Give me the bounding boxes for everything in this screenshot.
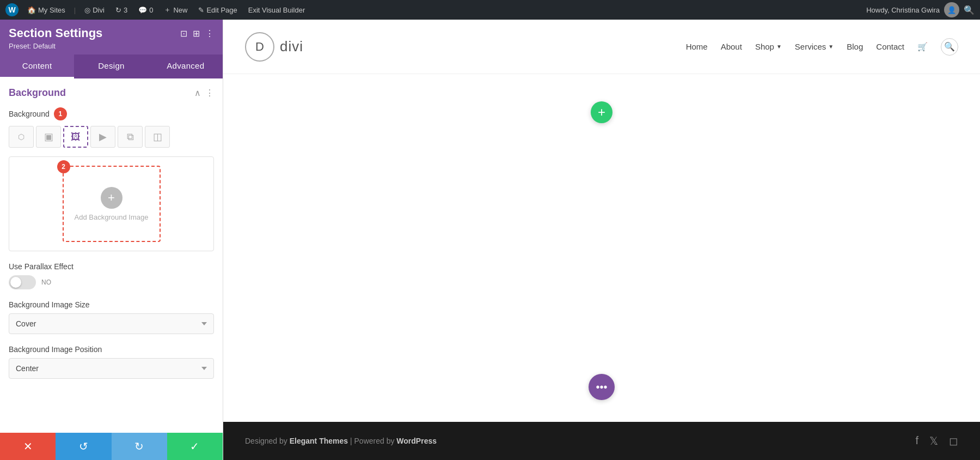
logo-circle: D	[245, 32, 274, 62]
sidebar-header-content: Section Settings Preset: Default	[9, 26, 102, 50]
badge-1: 1	[54, 107, 67, 120]
footer-social-icons: f 𝕏 ◻	[915, 434, 958, 447]
search-icon[interactable]: 🔍	[964, 5, 975, 15]
footer-text: Designed by Elegant Themes | Powered by …	[245, 437, 437, 445]
bg-type-none[interactable]: ⬡	[9, 126, 34, 148]
sidebar-panel: Section Settings Preset: Default ⊡ ⊞ ⋮ C…	[0, 20, 223, 460]
add-image-label: Add Background Image	[75, 213, 149, 221]
sidebar-header-icons: ⊡ ⊞ ⋮	[180, 28, 214, 39]
more-icon[interactable]: ⋮	[205, 28, 214, 39]
admin-bar: W 🏠 My Sites | ◎ Divi ↻ 3 💬 0 ＋ New ✎ Ed…	[0, 0, 980, 20]
new-link[interactable]: ＋ New	[162, 5, 189, 15]
section-heading-icons: ∧ ⋮	[194, 88, 214, 98]
background-field: Background 1 ⬡ ▣ 🖼 ▶ ⧉ ◫	[9, 107, 214, 251]
background-type-icons: ⬡ ▣ 🖼 ▶ ⧉ ◫	[9, 126, 214, 148]
exit-builder-link[interactable]: Exit Visual Builder	[246, 6, 308, 14]
collapse-icon[interactable]: ∧	[194, 88, 201, 98]
badge-2: 2	[57, 160, 70, 173]
toggle-state-label: NO	[41, 279, 51, 286]
bg-type-pattern[interactable]: ⧉	[118, 126, 143, 148]
tab-design[interactable]: Design	[74, 55, 148, 78]
divi-icon: ◎	[84, 6, 90, 14]
toggle-knob	[10, 277, 21, 288]
save-button[interactable]: ✓	[167, 433, 223, 460]
edit-page-link[interactable]: ✎ Edit Page	[196, 6, 239, 14]
image-size-label: Background Image Size	[9, 300, 214, 309]
image-size-field: Background Image Size Cover Contain Auto…	[9, 300, 214, 334]
parallax-toggle[interactable]	[9, 275, 36, 289]
background-section-title: Background	[9, 87, 66, 99]
plus-icon: ＋	[164, 5, 171, 15]
nav-about[interactable]: About	[721, 42, 742, 51]
expand-icon[interactable]: ⊞	[193, 28, 200, 39]
nav-blog[interactable]: Blog	[847, 42, 863, 51]
site-header: D divi Home About Shop ▼ Services ▼ Blog…	[223, 20, 980, 74]
add-background-image-box[interactable]: 2 + Add Background Image	[63, 166, 161, 242]
nav-home[interactable]: Home	[686, 42, 708, 51]
my-sites-link[interactable]: 🏠 My Sites	[25, 6, 68, 14]
background-section-heading: Background ∧ ⋮	[9, 87, 214, 99]
cancel-button[interactable]: ✕	[0, 433, 56, 460]
add-image-plus-icon[interactable]: +	[101, 187, 122, 209]
parallax-label: Use Parallax Effect	[9, 262, 214, 271]
tab-advanced[interactable]: Advanced	[149, 55, 223, 78]
image-position-select[interactable]: Center Top Bottom Left Right	[9, 358, 214, 379]
sidebar-tabs: Content Design Advanced	[0, 55, 223, 78]
nav-shop[interactable]: Shop ▼	[755, 42, 782, 51]
more-options-button[interactable]: •••	[589, 374, 615, 400]
sidebar-header: Section Settings Preset: Default ⊡ ⊞ ⋮	[0, 20, 223, 55]
facebook-icon[interactable]: f	[915, 434, 918, 447]
avatar: 👤	[944, 2, 959, 17]
bg-type-color[interactable]: ▣	[36, 126, 61, 148]
image-position-field: Background Image Position Center Top Bot…	[9, 345, 214, 379]
divi-link[interactable]: ◎ Divi	[82, 6, 107, 14]
image-upload-area: 2 + Add Background Image	[9, 156, 214, 251]
comment-icon: 💬	[138, 6, 147, 14]
pencil-icon: ✎	[198, 6, 204, 14]
nav-contact[interactable]: Contact	[876, 42, 904, 51]
add-section-button[interactable]: +	[591, 101, 612, 123]
preset-dropdown[interactable]: Preset: Default	[9, 42, 102, 50]
bg-type-video[interactable]: ▶	[90, 126, 115, 148]
parallax-toggle-row: NO	[9, 275, 214, 289]
section-more-icon[interactable]: ⋮	[205, 88, 214, 98]
redo-button[interactable]: ↻	[112, 433, 167, 460]
refresh-icon: ↻	[115, 6, 121, 14]
bg-type-image[interactable]: 🖼	[63, 126, 88, 148]
instagram-icon[interactable]: ◻	[949, 434, 958, 447]
section-settings-title: Section Settings	[9, 26, 102, 40]
background-label: Background 1	[9, 107, 214, 120]
twitter-icon[interactable]: 𝕏	[929, 434, 938, 447]
site-content: + •••	[223, 74, 980, 422]
site-nav: Home About Shop ▼ Services ▼ Blog Contac…	[686, 38, 958, 56]
admin-bar-right: Howdy, Christina Gwira 👤 🔍	[866, 2, 975, 17]
sites-icon: 🏠	[27, 6, 36, 14]
sidebar-content: Background ∧ ⋮ Background 1 ⬡ ▣	[0, 78, 223, 433]
nav-services[interactable]: Services ▼	[795, 42, 834, 51]
parallax-field: Use Parallax Effect NO	[9, 262, 214, 289]
bottom-action-bar: ✕ ↺ ↻ ✓	[0, 433, 223, 460]
undo-button[interactable]: ↺	[56, 433, 111, 460]
wordpress-icon[interactable]: W	[5, 3, 19, 16]
nav-cart[interactable]: 🛒	[917, 42, 928, 52]
site-logo: D divi	[245, 32, 303, 62]
tab-content[interactable]: Content	[0, 55, 74, 78]
bg-type-mask[interactable]: ◫	[145, 126, 170, 148]
site-footer: Designed by Elegant Themes | Powered by …	[223, 422, 980, 460]
main-layout: Section Settings Preset: Default ⊡ ⊞ ⋮ C…	[0, 20, 980, 460]
counter-link[interactable]: ↻ 3	[113, 6, 130, 14]
image-size-select[interactable]: Cover Contain Auto Initial	[9, 313, 214, 334]
image-position-label: Background Image Position	[9, 345, 214, 354]
preview-area: D divi Home About Shop ▼ Services ▼ Blog…	[223, 20, 980, 460]
nav-search[interactable]: 🔍	[941, 38, 958, 56]
minimize-icon[interactable]: ⊡	[180, 28, 187, 39]
comments-link[interactable]: 💬 0	[136, 6, 155, 14]
